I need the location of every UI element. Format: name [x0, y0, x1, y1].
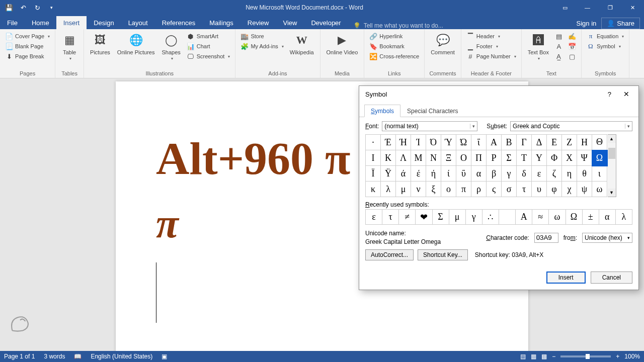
- save-icon[interactable]: 💾: [5, 4, 13, 12]
- status-page[interactable]: Page 1 of 1: [4, 353, 35, 360]
- online-video-button[interactable]: ▶Online Video: [324, 31, 361, 56]
- recent-symbol-cell[interactable]: λ: [615, 210, 632, 225]
- symbol-cell[interactable]: Κ: [381, 150, 396, 166]
- tab-design[interactable]: Design: [87, 16, 121, 29]
- symbol-cell[interactable]: Λ: [396, 150, 411, 166]
- macro-icon[interactable]: ▣: [162, 353, 167, 360]
- chart-button[interactable]: 📊Chart: [185, 41, 232, 51]
- symbol-cell[interactable]: Ή: [396, 135, 411, 150]
- blank-page-button[interactable]: 📃Blank Page: [3, 41, 52, 51]
- dlg-tab-symbols[interactable]: Symbols: [364, 105, 400, 117]
- my-addins-button[interactable]: 🧩My Add-ins: [238, 41, 285, 51]
- symbol-cell[interactable]: μ: [396, 182, 411, 197]
- screenshot-button[interactable]: 🖵Screenshot: [185, 51, 232, 61]
- symbol-cell[interactable]: Ρ: [487, 150, 502, 166]
- dlg-tab-special[interactable]: Special Characters: [400, 105, 464, 117]
- symbol-cell[interactable]: ΰ: [456, 166, 471, 182]
- tab-insert[interactable]: Insert: [56, 16, 87, 29]
- symbol-cell[interactable]: α: [471, 166, 487, 182]
- symbol-cell[interactable]: Π: [471, 150, 487, 166]
- symbol-cell[interactable]: Ε: [547, 135, 562, 150]
- restore-icon[interactable]: ❐: [599, 0, 621, 15]
- share-button[interactable]: 👤Share: [601, 18, 640, 29]
- header-button[interactable]: ▔Header: [464, 31, 518, 41]
- symbol-cell[interactable]: Ω: [592, 150, 607, 166]
- online-pictures-button[interactable]: 🌐Online Pictures: [114, 31, 158, 56]
- tab-review[interactable]: Review: [240, 16, 276, 29]
- symbol-cell[interactable]: χ: [562, 182, 577, 197]
- font-combo[interactable]: (normal text): [382, 121, 477, 131]
- symbol-cell[interactable]: έ: [411, 166, 426, 182]
- insert-button[interactable]: Insert: [546, 272, 586, 284]
- datetime-button[interactable]: 📅: [566, 41, 578, 51]
- recent-symbol-cell[interactable]: ≠: [399, 210, 416, 225]
- symbol-cell[interactable]: ξ: [426, 182, 441, 197]
- recent-symbol-cell[interactable]: ≈: [532, 210, 549, 225]
- symbol-cell[interactable]: Α: [487, 135, 502, 150]
- charcode-input[interactable]: [534, 233, 558, 243]
- footer-button[interactable]: ▁Footer: [464, 41, 518, 51]
- recent-symbol-cell[interactable]: Ω: [566, 210, 582, 225]
- symbol-cell[interactable]: ε: [532, 166, 547, 182]
- bookmark-button[interactable]: 🔖Bookmark: [367, 41, 421, 51]
- hyperlink-button[interactable]: 🔗Hyperlink: [367, 31, 421, 41]
- symbol-cell[interactable]: Ο: [456, 150, 471, 166]
- symbol-cell[interactable]: Ψ: [577, 150, 592, 166]
- zoom-out-icon[interactable]: −: [552, 353, 555, 360]
- symbol-cell[interactable]: δ: [517, 166, 532, 182]
- recent-symbol-cell[interactable]: ±: [582, 210, 599, 225]
- tab-developer[interactable]: Developer: [304, 16, 348, 29]
- autocorrect-button[interactable]: AutoCorrect...: [365, 249, 414, 260]
- page-break-button[interactable]: ⬇Page Break: [3, 51, 52, 61]
- symbol-cell[interactable]: ω: [592, 182, 607, 197]
- symbol-cell[interactable]: ρ: [471, 182, 487, 197]
- table-button[interactable]: ▦Table: [58, 31, 80, 62]
- tell-me-input[interactable]: 💡Tell me what you want to do...: [348, 22, 577, 29]
- symbol-cell[interactable]: η: [562, 166, 577, 182]
- symbol-cell[interactable]: λ: [381, 182, 396, 197]
- symbol-cell[interactable]: ψ: [577, 182, 592, 197]
- recent-symbol-cell[interactable]: ε: [366, 210, 382, 225]
- recent-symbol-cell[interactable]: α: [599, 210, 615, 225]
- recent-symbols-grid[interactable]: ετ≠❤Σμγ∴Α≈ωΩ±αλ: [365, 209, 632, 225]
- symbol-cell[interactable]: Ξ: [441, 150, 456, 166]
- minimize-icon[interactable]: ―: [576, 0, 599, 15]
- symbol-cell[interactable]: Ώ: [456, 135, 471, 150]
- symbol-cell[interactable]: ή: [426, 166, 441, 182]
- symbol-cell[interactable]: Γ: [517, 135, 532, 150]
- from-combo[interactable]: Unicode (hex): [582, 233, 632, 243]
- symbol-cell[interactable]: Ό: [426, 135, 441, 150]
- recent-symbol-cell[interactable]: Α: [516, 210, 532, 225]
- tab-layout[interactable]: Layout: [121, 16, 155, 29]
- qat-more-icon[interactable]: ▾: [47, 4, 55, 12]
- recent-symbol-cell[interactable]: ω: [549, 210, 566, 225]
- sigline-button[interactable]: ✍: [566, 31, 578, 41]
- wikipedia-button[interactable]: WWikipedia: [287, 31, 317, 56]
- ribbon-options-icon[interactable]: ▭: [553, 0, 576, 15]
- weblayout-icon[interactable]: ▩: [541, 353, 547, 360]
- dialog-help-icon[interactable]: ?: [608, 90, 611, 98]
- symbol-cell[interactable]: ς: [487, 182, 502, 197]
- textbox-button[interactable]: 🅰Text Box: [525, 31, 552, 62]
- object-button[interactable]: ▢: [566, 51, 578, 61]
- zoom-in-icon[interactable]: +: [616, 353, 619, 360]
- sign-in-link[interactable]: Sign in: [577, 20, 597, 27]
- recent-symbol-cell[interactable]: τ: [382, 210, 399, 225]
- symbol-cell[interactable]: Ί: [411, 135, 426, 150]
- symbol-cell[interactable]: ζ: [547, 166, 562, 182]
- close-icon[interactable]: ✕: [621, 0, 644, 15]
- zoom-value[interactable]: 100%: [624, 353, 640, 360]
- symbol-cell[interactable]: Θ: [592, 135, 607, 150]
- recent-symbol-cell[interactable]: μ: [449, 210, 465, 225]
- pictures-button[interactable]: 🖼Pictures: [87, 31, 113, 56]
- symbol-cell[interactable]: υ: [532, 182, 547, 197]
- comment-button[interactable]: 💬Comment: [428, 31, 458, 56]
- status-words[interactable]: 3 words: [44, 353, 65, 360]
- symbol-button[interactable]: ΩSymbol: [585, 41, 626, 51]
- shortcut-key-button[interactable]: Shortcut Key...: [418, 249, 468, 260]
- symbol-cell[interactable]: ΐ: [471, 135, 487, 150]
- symbol-cell[interactable]: Σ: [502, 150, 517, 166]
- zoom-slider[interactable]: [560, 355, 611, 357]
- symbol-cell[interactable]: γ: [502, 166, 517, 182]
- status-lang[interactable]: English (United States): [91, 353, 152, 360]
